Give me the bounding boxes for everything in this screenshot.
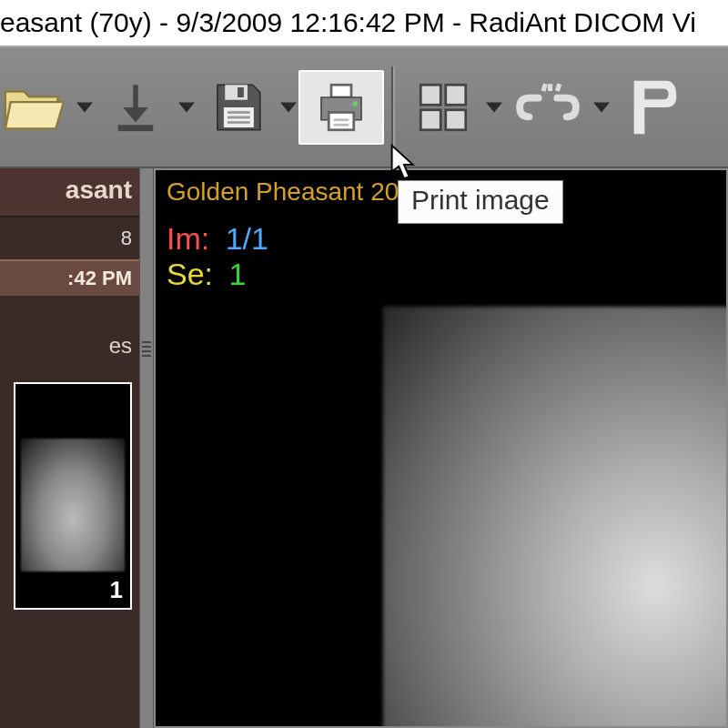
floppy-save-icon xyxy=(207,77,268,137)
patient-name-header: asant xyxy=(0,168,139,217)
svg-rect-1 xyxy=(225,85,248,100)
download-dropdown[interactable] xyxy=(177,47,197,167)
svg-rect-14 xyxy=(420,109,440,129)
layout-button[interactable] xyxy=(402,72,484,143)
viewer-overlay-info: Im: 1/1 Se: 1 xyxy=(156,210,726,303)
save-dropdown[interactable] xyxy=(278,47,298,167)
series-sidebar: asant 8 :42 PM es 1 xyxy=(0,168,139,728)
series-value: 1 xyxy=(229,257,247,291)
patient-name-fragment: asant xyxy=(66,176,132,204)
download-icon xyxy=(106,77,166,137)
main-toolbar xyxy=(0,46,728,168)
open-dropdown[interactable] xyxy=(75,47,95,167)
xray-image xyxy=(383,307,728,728)
svg-rect-2 xyxy=(238,87,244,97)
printer-icon xyxy=(311,77,371,137)
broken-link-icon xyxy=(515,80,581,135)
svg-rect-7 xyxy=(331,85,351,97)
layout-dropdown[interactable] xyxy=(484,47,504,167)
series-thumbnail[interactable]: 1 xyxy=(14,382,132,610)
thumbnail-container: 1 xyxy=(0,371,139,621)
sidebar-resize-handle[interactable] xyxy=(139,168,154,728)
toolbar-separator xyxy=(391,66,395,148)
svg-line-18 xyxy=(557,84,560,91)
svg-point-9 xyxy=(352,101,358,106)
thumbnail-image xyxy=(21,439,125,571)
grid-layout-icon xyxy=(413,77,473,137)
image-viewer[interactable]: Golden Pheasant 2009 12:16 Im: 1/1 Se: 1 xyxy=(154,168,728,728)
grip-lines-icon xyxy=(142,341,151,359)
open-button[interactable] xyxy=(0,70,75,145)
series-label: Se: xyxy=(167,257,213,291)
window-title: easant (70y) - 9/3/2009 12:16:42 PM - Ra… xyxy=(0,7,696,38)
image-count-value: 1/1 xyxy=(226,221,268,256)
svg-rect-12 xyxy=(420,85,440,105)
download-button[interactable] xyxy=(95,72,177,143)
svg-rect-15 xyxy=(446,109,466,129)
print-button[interactable] xyxy=(298,70,384,145)
content-area: asant 8 :42 PM es 1 Golden Pheasant xyxy=(0,168,728,728)
sidebar-sub-value: 8 xyxy=(0,217,139,259)
letter-icon xyxy=(628,76,682,139)
print-tooltip: Print image xyxy=(398,180,563,224)
link-dropdown[interactable] xyxy=(592,47,612,167)
study-info-lines: es xyxy=(0,296,139,371)
link-button[interactable] xyxy=(504,75,592,140)
image-count-label: Im: xyxy=(167,221,209,256)
study-time: :42 PM xyxy=(0,259,139,296)
svg-line-16 xyxy=(543,84,546,91)
folder-open-icon xyxy=(0,76,64,139)
svg-rect-0 xyxy=(118,125,154,131)
thumbnail-index: 1 xyxy=(110,576,123,604)
window-titlebar: easant (70y) - 9/3/2009 12:16:42 PM - Ra… xyxy=(0,0,728,46)
save-button[interactable] xyxy=(197,72,278,143)
svg-rect-13 xyxy=(446,85,466,105)
tool-button-partial[interactable] xyxy=(612,70,693,145)
